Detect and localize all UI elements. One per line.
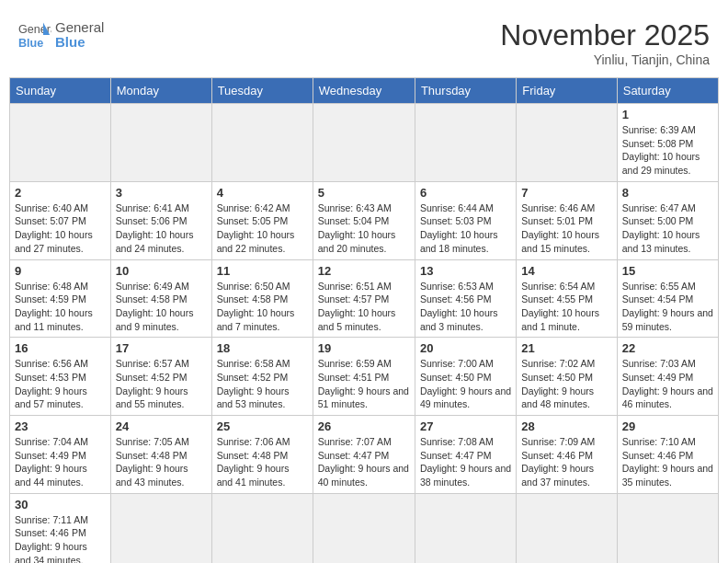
week-row-2: 2Sunrise: 6:40 AM Sunset: 5:07 PM Daylig…: [10, 181, 719, 259]
day-info: Sunrise: 7:04 AM Sunset: 4:49 PM Dayligh…: [15, 435, 106, 489]
day-info: Sunrise: 6:43 AM Sunset: 5:04 PM Dayligh…: [318, 201, 410, 256]
day-cell: 25Sunrise: 7:06 AM Sunset: 4:48 PM Dayli…: [211, 416, 313, 494]
day-cell: [211, 493, 313, 563]
day-info: Sunrise: 7:11 AM Sunset: 4:46 PM Dayligh…: [15, 513, 106, 563]
day-cell: 10Sunrise: 6:49 AM Sunset: 4:58 PM Dayli…: [110, 259, 211, 338]
month-title: November 2025: [500, 18, 710, 52]
day-cell: [10, 104, 111, 182]
day-cell: 22Sunrise: 7:03 AM Sunset: 4:49 PM Dayli…: [617, 338, 718, 416]
weekday-header-friday: Friday: [517, 78, 617, 104]
day-number: 25: [217, 419, 308, 433]
day-cell: 14Sunrise: 6:54 AM Sunset: 4:55 PM Dayli…: [517, 259, 617, 338]
day-number: 6: [420, 186, 511, 200]
day-info: Sunrise: 6:39 AM Sunset: 5:08 PM Dayligh…: [622, 123, 713, 178]
day-info: Sunrise: 7:00 AM Sunset: 4:50 PM Dayligh…: [420, 357, 511, 411]
day-info: Sunrise: 7:10 AM Sunset: 4:46 PM Dayligh…: [622, 435, 713, 489]
day-cell: [415, 493, 516, 563]
day-cell: [313, 493, 415, 563]
day-cell: 15Sunrise: 6:55 AM Sunset: 4:54 PM Dayli…: [617, 259, 718, 338]
day-info: Sunrise: 7:08 AM Sunset: 4:47 PM Dayligh…: [420, 435, 511, 489]
weekday-header-sunday: Sunday: [10, 78, 111, 104]
day-number: 5: [318, 186, 410, 200]
day-number: 19: [318, 341, 410, 355]
day-number: 17: [116, 341, 207, 355]
day-number: 15: [622, 264, 713, 278]
day-info: Sunrise: 6:44 AM Sunset: 5:03 PM Dayligh…: [420, 201, 511, 256]
svg-text:Blue: Blue: [18, 37, 43, 50]
day-cell: 21Sunrise: 7:02 AM Sunset: 4:50 PM Dayli…: [517, 338, 617, 416]
day-number: 2: [15, 186, 106, 200]
day-info: Sunrise: 6:48 AM Sunset: 4:59 PM Dayligh…: [15, 280, 106, 334]
day-number: 18: [217, 341, 308, 355]
day-cell: [110, 493, 211, 563]
day-number: 11: [217, 264, 308, 278]
day-number: 3: [116, 186, 207, 200]
day-cell: 27Sunrise: 7:08 AM Sunset: 4:47 PM Dayli…: [415, 416, 516, 494]
title-block: November 2025 Yinliu, Tianjin, China: [500, 18, 710, 67]
day-info: Sunrise: 6:50 AM Sunset: 4:58 PM Dayligh…: [217, 280, 308, 334]
day-info: Sunrise: 6:40 AM Sunset: 5:07 PM Dayligh…: [15, 201, 106, 256]
day-cell: 3Sunrise: 6:41 AM Sunset: 5:06 PM Daylig…: [110, 181, 211, 259]
day-info: Sunrise: 7:09 AM Sunset: 4:46 PM Dayligh…: [521, 435, 611, 489]
weekday-header-saturday: Saturday: [617, 78, 718, 104]
day-cell: 16Sunrise: 6:56 AM Sunset: 4:53 PM Dayli…: [10, 338, 111, 416]
logo-general-text: General: [55, 20, 104, 36]
day-number: 24: [116, 419, 207, 433]
week-row-4: 16Sunrise: 6:56 AM Sunset: 4:53 PM Dayli…: [10, 338, 719, 416]
week-row-3: 9Sunrise: 6:48 AM Sunset: 4:59 PM Daylig…: [10, 259, 719, 338]
day-number: 10: [116, 264, 207, 278]
day-info: Sunrise: 7:02 AM Sunset: 4:50 PM Dayligh…: [521, 357, 611, 411]
day-number: 13: [420, 264, 511, 278]
day-info: Sunrise: 6:51 AM Sunset: 4:57 PM Dayligh…: [318, 280, 410, 334]
day-number: 28: [521, 419, 611, 433]
day-info: Sunrise: 7:07 AM Sunset: 4:47 PM Dayligh…: [318, 435, 410, 489]
day-info: Sunrise: 7:06 AM Sunset: 4:48 PM Dayligh…: [217, 435, 308, 489]
header: General Blue General Blue November 2025 …: [9, 9, 719, 72]
weekday-header-wednesday: Wednesday: [313, 78, 415, 104]
day-number: 1: [622, 108, 713, 121]
weekday-header-tuesday: Tuesday: [211, 78, 313, 104]
day-cell: 9Sunrise: 6:48 AM Sunset: 4:59 PM Daylig…: [10, 259, 111, 338]
day-number: 8: [622, 186, 713, 200]
location: Yinliu, Tianjin, China: [500, 52, 710, 67]
day-cell: [517, 104, 617, 182]
day-cell: 7Sunrise: 6:46 AM Sunset: 5:01 PM Daylig…: [517, 181, 617, 259]
logo: General Blue General Blue: [18, 18, 104, 52]
day-cell: [211, 104, 313, 182]
week-row-1: 1Sunrise: 6:39 AM Sunset: 5:08 PM Daylig…: [10, 104, 719, 182]
day-info: Sunrise: 6:49 AM Sunset: 4:58 PM Dayligh…: [116, 280, 207, 334]
calendar: SundayMondayTuesdayWednesdayThursdayFrid…: [9, 77, 719, 563]
day-info: Sunrise: 6:41 AM Sunset: 5:06 PM Dayligh…: [116, 201, 207, 256]
day-cell: 13Sunrise: 6:53 AM Sunset: 4:56 PM Dayli…: [415, 259, 516, 338]
day-cell: 26Sunrise: 7:07 AM Sunset: 4:47 PM Dayli…: [313, 416, 415, 494]
day-cell: 12Sunrise: 6:51 AM Sunset: 4:57 PM Dayli…: [313, 259, 415, 338]
day-number: 26: [318, 419, 410, 433]
day-cell: 23Sunrise: 7:04 AM Sunset: 4:49 PM Dayli…: [10, 416, 111, 494]
day-cell: 28Sunrise: 7:09 AM Sunset: 4:46 PM Dayli…: [517, 416, 617, 494]
day-info: Sunrise: 6:42 AM Sunset: 5:05 PM Dayligh…: [217, 201, 308, 256]
day-number: 27: [420, 419, 511, 433]
day-info: Sunrise: 6:55 AM Sunset: 4:54 PM Dayligh…: [622, 280, 713, 334]
weekday-header-thursday: Thursday: [415, 78, 516, 104]
week-row-6: 30Sunrise: 7:11 AM Sunset: 4:46 PM Dayli…: [10, 493, 719, 563]
day-cell: [617, 493, 718, 563]
day-number: 29: [622, 419, 713, 433]
day-info: Sunrise: 7:03 AM Sunset: 4:49 PM Dayligh…: [622, 357, 713, 411]
day-info: Sunrise: 6:47 AM Sunset: 5:00 PM Dayligh…: [622, 201, 713, 256]
day-info: Sunrise: 6:56 AM Sunset: 4:53 PM Dayligh…: [15, 357, 106, 411]
day-cell: 18Sunrise: 6:58 AM Sunset: 4:52 PM Dayli…: [211, 338, 313, 416]
day-number: 20: [420, 341, 511, 355]
weekday-header-row: SundayMondayTuesdayWednesdayThursdayFrid…: [10, 78, 719, 104]
day-number: 14: [521, 264, 611, 278]
day-cell: [313, 104, 415, 182]
day-cell: 20Sunrise: 7:00 AM Sunset: 4:50 PM Dayli…: [415, 338, 516, 416]
logo-icon: General Blue: [18, 18, 51, 52]
day-cell: [110, 104, 211, 182]
day-info: Sunrise: 6:46 AM Sunset: 5:01 PM Dayligh…: [521, 201, 611, 256]
day-number: 4: [217, 186, 308, 200]
day-cell: 30Sunrise: 7:11 AM Sunset: 4:46 PM Dayli…: [10, 493, 111, 563]
weekday-header-monday: Monday: [110, 78, 211, 104]
day-cell: 4Sunrise: 6:42 AM Sunset: 5:05 PM Daylig…: [211, 181, 313, 259]
logo-blue-text: Blue: [55, 35, 104, 51]
day-cell: [415, 104, 516, 182]
